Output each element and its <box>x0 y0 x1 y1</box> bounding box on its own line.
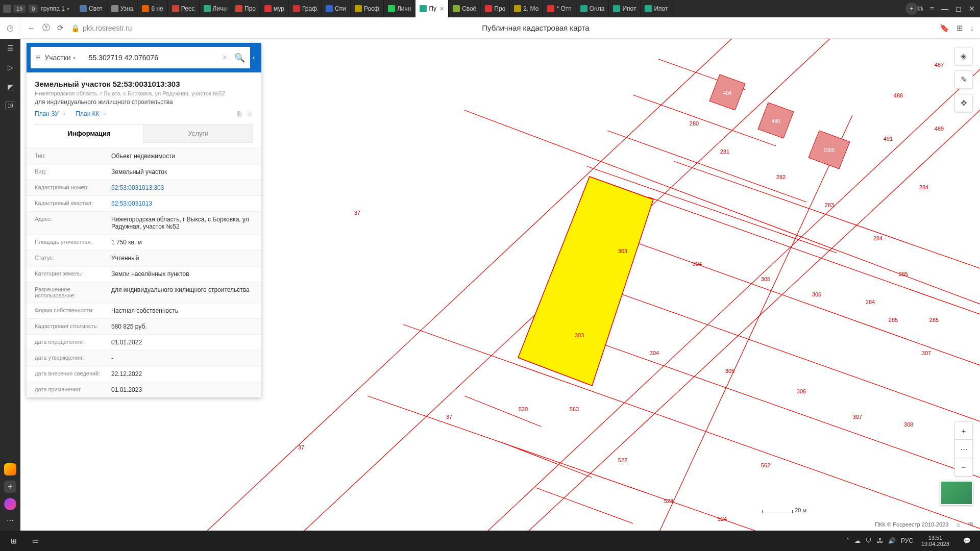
svg-text:305: 305 <box>725 368 734 374</box>
url-box[interactable]: 🔒 pkk.rosreestr.ru <box>71 24 132 32</box>
menu-icon[interactable]: ≡ <box>36 53 40 62</box>
svg-text:305: 305 <box>761 276 770 282</box>
svg-text:487: 487 <box>935 62 944 68</box>
extensions-icon[interactable]: ⊞ <box>957 23 963 33</box>
favicon-icon <box>547 5 554 12</box>
sidebar-clock-icon[interactable]: ◷ <box>0 17 20 39</box>
svg-text:303: 303 <box>575 332 584 338</box>
browser-tab[interactable]: Своё <box>449 0 481 17</box>
info-key: Кадастровая стоимость: <box>35 323 111 330</box>
tray-lang[interactable]: РУС <box>901 537 913 544</box>
menu-icon[interactable]: ≡ <box>930 5 934 13</box>
minimize-icon[interactable]: — <box>941 5 948 13</box>
star-icon[interactable]: ☆ <box>247 110 253 118</box>
yandex-box-icon[interactable] <box>4 463 16 475</box>
collapse-panel-button[interactable]: ‹ <box>250 54 257 61</box>
browser-tab[interactable]: Онла <box>576 0 609 17</box>
browser-tab[interactable]: мур <box>260 0 289 17</box>
tab-count-badge[interactable]: 19 <box>13 5 26 13</box>
search-category[interactable]: Участки ▾ <box>44 54 75 62</box>
layers-icon[interactable]: ◈ <box>954 47 973 65</box>
scale-bar: 20 м <box>762 507 806 513</box>
search-panel: ≡ Участки ▾ × 🔍 ‹ Земельный участок 52:5… <box>27 43 261 397</box>
svg-text:480: 480 <box>772 118 780 124</box>
maximize-icon[interactable]: ◻ <box>955 5 962 13</box>
new-tab-button[interactable]: + <box>905 3 918 15</box>
browser-tab[interactable]: Ипот <box>641 0 672 17</box>
bookmark-icon[interactable]: 🔖 <box>940 23 949 33</box>
zoom-in-button[interactable]: + <box>954 421 973 440</box>
browser-tab[interactable]: Личн <box>384 0 415 17</box>
group-label[interactable]: группа 1 <box>41 5 65 12</box>
tray-network-icon[interactable]: 🖧 <box>877 537 883 544</box>
close-tab-icon[interactable]: ✕ <box>439 6 444 12</box>
browser-tab[interactable]: Свет <box>76 0 107 17</box>
measure-icon[interactable]: ✎ <box>954 70 973 89</box>
group-badge[interactable]: 0 <box>29 5 38 13</box>
plan-kk-link[interactable]: План КК → <box>76 110 107 117</box>
browser-tab[interactable]: * Отп <box>543 0 576 17</box>
close-window-icon[interactable]: ✕ <box>969 5 975 13</box>
profile-icon[interactable] <box>3 5 11 13</box>
back-icon[interactable]: ← <box>28 23 35 32</box>
minimap[interactable] <box>940 481 973 505</box>
side-bookmarks-icon[interactable]: ☰ <box>5 43 15 53</box>
tray-shield-icon[interactable]: ⛉ <box>866 537 872 544</box>
copy-icon[interactable]: ⎘ <box>237 110 241 118</box>
browser-tab[interactable]: 2. Мо <box>510 0 543 17</box>
group-caret-icon[interactable]: ▾ <box>67 6 69 12</box>
task-view-icon[interactable]: ▭ <box>26 533 45 549</box>
home-icon[interactable]: ⌂ <box>957 521 960 528</box>
tray-up-icon[interactable]: ˄ <box>846 537 849 544</box>
info-row: дата внесения сведений:22.12.2022 <box>27 366 261 382</box>
tray-volume-icon[interactable]: 🔊 <box>888 537 896 544</box>
clear-icon[interactable]: × <box>223 53 227 62</box>
notifications-icon[interactable]: 💬 <box>958 533 976 549</box>
tab-services[interactable]: Услуги <box>143 124 253 143</box>
browser-tab[interactable]: Росф <box>351 0 384 17</box>
object-subtitle: Нижегородская область, г Выкса, с Борков… <box>35 90 253 96</box>
zoom-dots-button[interactable]: ⋯ <box>954 440 973 458</box>
browser-tab[interactable]: Пу✕ <box>415 0 449 17</box>
downloads-icon[interactable]: ↓ <box>970 23 974 33</box>
reload-icon[interactable]: ⟳ <box>57 23 64 33</box>
browser-tab[interactable]: 6 не <box>138 0 167 17</box>
browser-tab[interactable]: Реес <box>168 0 200 17</box>
side-more-icon[interactable]: ⋯ <box>5 515 15 525</box>
side-play-icon[interactable]: ▷ <box>5 62 15 72</box>
svg-text:304: 304 <box>650 350 659 356</box>
start-button[interactable]: ⊞ <box>4 533 23 549</box>
alice-icon[interactable] <box>4 498 16 510</box>
selected-parcel[interactable] <box>518 177 653 386</box>
locate-icon[interactable]: ✥ <box>954 94 973 112</box>
tab-label: Личн <box>213 5 227 12</box>
side-count-icon[interactable]: 19 <box>5 101 15 110</box>
search-icon[interactable]: 🔍 <box>234 53 245 63</box>
browser-tab[interactable]: Спи <box>322 0 351 17</box>
svg-line-19 <box>536 488 633 523</box>
copy-tab-icon[interactable]: ⧉ <box>918 5 923 13</box>
info-value[interactable]: 52:53:0031013:303 <box>111 184 253 191</box>
yandex-icon[interactable]: Ⓨ <box>42 23 50 33</box>
clock[interactable]: 13:51 19.04.2023 <box>918 535 952 547</box>
browser-tab[interactable]: Ипот <box>609 0 641 17</box>
side-add-icon[interactable]: + <box>4 481 16 493</box>
tab-info[interactable]: Информация <box>35 124 143 143</box>
side-chat-icon[interactable]: ◩ <box>5 82 15 92</box>
search-input[interactable] <box>89 54 218 62</box>
mail-icon[interactable]: ✉ <box>968 521 973 528</box>
svg-text:37: 37 <box>354 210 360 216</box>
tray-cloud-icon[interactable]: ☁ <box>854 537 861 544</box>
browser-tab[interactable]: Про <box>481 0 510 17</box>
browser-tab[interactable]: Граф <box>289 0 322 17</box>
favicon-icon <box>235 5 242 12</box>
svg-line-15 <box>561 330 980 478</box>
plan-zu-link[interactable]: План ЗУ → <box>35 110 66 117</box>
info-key: Статус: <box>35 255 111 262</box>
zoom-out-button[interactable]: − <box>954 458 973 477</box>
browser-tab[interactable]: Про <box>231 0 260 17</box>
browser-tab[interactable]: Личн <box>200 0 231 17</box>
browser-tab[interactable]: Узна <box>107 0 138 17</box>
info-value[interactable]: 52:53:0031013 <box>111 200 253 207</box>
favicon-icon <box>80 5 87 12</box>
